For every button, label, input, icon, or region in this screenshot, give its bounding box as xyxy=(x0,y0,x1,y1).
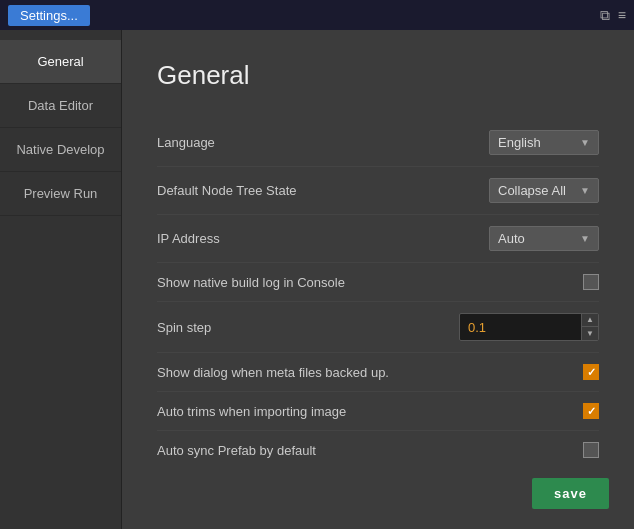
setting-control-auto-sync-prefab xyxy=(583,442,599,458)
setting-row-default-node-tree-state: Default Node Tree StateCollapse All▼ xyxy=(157,167,599,215)
dropdown-value-default-node-tree-state: Collapse All xyxy=(498,183,566,198)
number-input-spin-step[interactable] xyxy=(460,316,581,339)
dropdown-ip-address[interactable]: Auto▼ xyxy=(489,226,599,251)
setting-row-auto-trims: Auto trims when importing image xyxy=(157,392,599,431)
setting-label-show-native-build-log: Show native build log in Console xyxy=(157,275,345,290)
checkbox-show-dialog-meta[interactable] xyxy=(583,364,599,380)
save-button[interactable]: save xyxy=(532,478,609,509)
setting-control-auto-trims xyxy=(583,403,599,419)
menu-icon[interactable]: ≡ xyxy=(618,7,626,23)
setting-label-show-dialog-meta: Show dialog when meta files backed up. xyxy=(157,365,389,380)
title-bar: Settings... ⧉ ≡ xyxy=(0,0,634,30)
setting-row-show-native-build-log: Show native build log in Console xyxy=(157,263,599,302)
setting-label-auto-trims: Auto trims when importing image xyxy=(157,404,346,419)
dropdown-arrow-default-node-tree-state: ▼ xyxy=(580,185,590,196)
dropdown-arrow-language: ▼ xyxy=(580,137,590,148)
dropdown-arrow-ip-address: ▼ xyxy=(580,233,590,244)
checkbox-show-native-build-log[interactable] xyxy=(583,274,599,290)
content-area: General LanguageEnglish▼Default Node Tre… xyxy=(122,30,634,529)
settings-list: LanguageEnglish▼Default Node Tree StateC… xyxy=(157,119,599,469)
setting-label-language: Language xyxy=(157,135,215,150)
checkbox-auto-trims[interactable] xyxy=(583,403,599,419)
sidebar-item-general[interactable]: General xyxy=(0,40,121,84)
setting-row-auto-sync-prefab: Auto sync Prefab by default xyxy=(157,431,599,469)
setting-row-show-dialog-meta: Show dialog when meta files backed up. xyxy=(157,353,599,392)
dropdown-language[interactable]: English▼ xyxy=(489,130,599,155)
dropdown-value-language: English xyxy=(498,135,541,150)
sidebar-item-data-editor[interactable]: Data Editor xyxy=(0,84,121,128)
setting-control-show-dialog-meta xyxy=(583,364,599,380)
window-title: Settings... xyxy=(8,5,90,26)
setting-label-auto-sync-prefab: Auto sync Prefab by default xyxy=(157,443,316,458)
setting-row-language: LanguageEnglish▼ xyxy=(157,119,599,167)
setting-control-default-node-tree-state: Collapse All▼ xyxy=(489,178,599,203)
dropdown-default-node-tree-state[interactable]: Collapse All▼ xyxy=(489,178,599,203)
setting-control-show-native-build-log xyxy=(583,274,599,290)
setting-label-ip-address: IP Address xyxy=(157,231,220,246)
setting-control-language: English▼ xyxy=(489,130,599,155)
dropdown-value-ip-address: Auto xyxy=(498,231,525,246)
spinners-spin-step: ▲▼ xyxy=(581,314,598,340)
setting-control-spin-step: ▲▼ xyxy=(459,313,599,341)
setting-label-default-node-tree-state: Default Node Tree State xyxy=(157,183,296,198)
checkbox-auto-sync-prefab[interactable] xyxy=(583,442,599,458)
sidebar-item-preview-run[interactable]: Preview Run xyxy=(0,172,121,216)
window-icon[interactable]: ⧉ xyxy=(600,7,610,24)
spinner-up-spin-step[interactable]: ▲ xyxy=(582,314,598,327)
setting-control-ip-address: Auto▼ xyxy=(489,226,599,251)
setting-label-spin-step: Spin step xyxy=(157,320,211,335)
setting-row-ip-address: IP AddressAuto▼ xyxy=(157,215,599,263)
setting-row-spin-step: Spin step▲▼ xyxy=(157,302,599,353)
page-title: General xyxy=(157,60,599,91)
sidebar-item-native-develop[interactable]: Native Develop xyxy=(0,128,121,172)
number-wrap-spin-step: ▲▼ xyxy=(459,313,599,341)
spinner-down-spin-step[interactable]: ▼ xyxy=(582,327,598,340)
sidebar: GeneralData EditorNative DevelopPreview … xyxy=(0,30,122,529)
